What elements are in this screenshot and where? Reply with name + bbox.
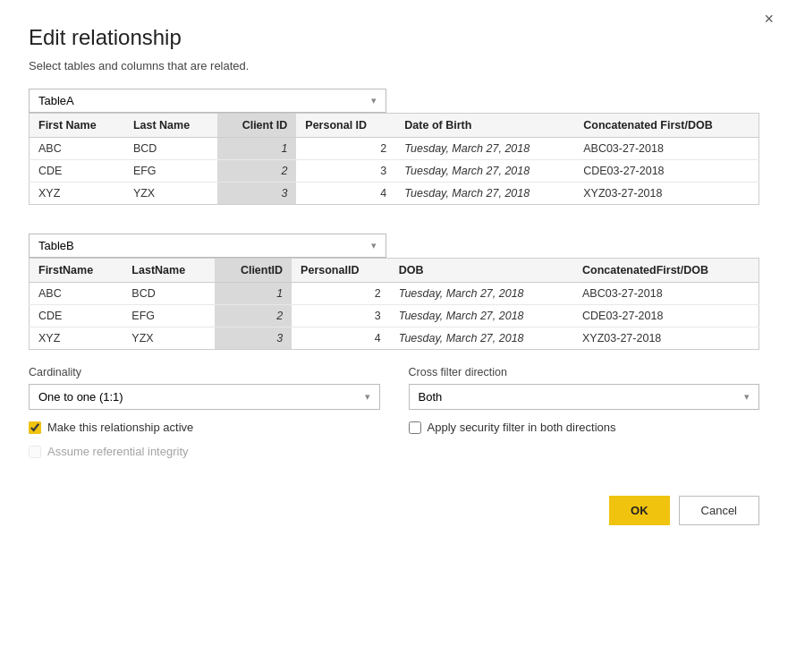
table-row: CDE EFG 2 3 Tuesday, March 27, 2018 CDE0… <box>30 305 759 327</box>
edit-relationship-dialog: × Edit relationship Select tables and co… <box>0 0 788 672</box>
table-b-col-firstname: FirstName <box>30 259 123 283</box>
integrity-checkbox[interactable] <box>29 446 41 458</box>
active-label: Make this relationship active <box>47 421 193 434</box>
security-label: Apply security filter in both directions <box>428 421 616 434</box>
table-b-data: FirstName LastName ClientID PersonalID D… <box>29 258 759 350</box>
table-a-dropdown[interactable]: TableA ▾ <box>29 89 386 113</box>
ok-button[interactable]: OK <box>609 496 670 525</box>
table-a-section: TableA ▾ First Name Last Name Client ID … <box>29 89 759 205</box>
cell: YZX <box>123 327 214 350</box>
cell: Tuesday, March 27, 2018 <box>395 138 574 160</box>
dialog-title: Edit relationship <box>29 25 759 50</box>
cell: ABC03-27-2018 <box>573 283 758 305</box>
cell: CDE03-27-2018 <box>574 160 758 183</box>
cross-filter-section: Cross filter direction Both ▾ Apply secu… <box>409 366 760 458</box>
security-checkbox[interactable] <box>409 421 421 434</box>
cell: XYZ <box>30 183 124 205</box>
cardinality-arrow: ▾ <box>365 391 370 403</box>
cell: CDE <box>30 305 123 327</box>
table-a-data: First Name Last Name Client ID Personal … <box>29 113 759 205</box>
cell: ABC <box>30 283 123 305</box>
cell: Tuesday, March 27, 2018 <box>390 283 573 305</box>
cell: Tuesday, March 27, 2018 <box>395 160 574 183</box>
cell: 3 <box>296 160 395 183</box>
cell: EFG <box>123 305 214 327</box>
table-a-col-firstname: First Name <box>30 114 124 138</box>
table-a-col-lastname: Last Name <box>124 114 217 138</box>
table-a-col-clientid: Client ID <box>217 114 296 138</box>
table-b-section: TableB ▾ FirstName LastName ClientID Per… <box>29 234 759 350</box>
active-checkbox-row: Make this relationship active <box>29 421 380 434</box>
table-a-dropdown-arrow: ▾ <box>371 95 377 106</box>
table-row: XYZ YZX 3 4 Tuesday, March 27, 2018 XYZ0… <box>30 183 759 205</box>
cell: 1 <box>215 283 292 305</box>
cell: YZX <box>124 183 217 205</box>
table-a-col-dob: Date of Birth <box>395 114 574 138</box>
cell: Tuesday, March 27, 2018 <box>390 305 573 327</box>
dialog-subtitle: Select tables and columns that are relat… <box>29 59 759 72</box>
cardinality-value: One to one (1:1) <box>38 390 123 404</box>
cell: BCD <box>123 283 214 305</box>
cell: 3 <box>217 183 296 205</box>
cell: 2 <box>296 138 395 160</box>
table-b-dropdown-arrow: ▾ <box>371 240 377 251</box>
table-row: ABC BCD 1 2 Tuesday, March 27, 2018 ABC0… <box>30 283 759 305</box>
footer-buttons: OK Cancel <box>29 487 759 525</box>
table-a-col-personalid: Personal ID <box>296 114 395 138</box>
cardinality-label: Cardinality <box>29 366 380 379</box>
cross-filter-dropdown[interactable]: Both ▾ <box>409 384 760 410</box>
table-b-col-lastname: LastName <box>123 259 214 283</box>
cell: XYZ03-27-2018 <box>574 183 758 205</box>
table-row: ABC BCD 1 2 Tuesday, March 27, 2018 ABC0… <box>30 138 759 160</box>
cell: Tuesday, March 27, 2018 <box>395 183 574 205</box>
close-button[interactable]: × <box>764 11 774 27</box>
table-row: CDE EFG 2 3 Tuesday, March 27, 2018 CDE0… <box>30 160 759 183</box>
cell: BCD <box>124 138 217 160</box>
cell: 2 <box>217 160 296 183</box>
table-row: XYZ YZX 3 4 Tuesday, March 27, 2018 XYZ0… <box>30 327 759 350</box>
table-b-col-personalid: PersonalID <box>292 259 390 283</box>
cell: CDE <box>30 160 124 183</box>
cell: ABC <box>30 138 124 160</box>
table-b-dropdown-value: TableB <box>38 239 74 252</box>
cross-filter-label: Cross filter direction <box>409 366 760 379</box>
cell: XYZ03-27-2018 <box>573 327 758 350</box>
cell: EFG <box>124 160 217 183</box>
cell: 4 <box>296 183 395 205</box>
cell: 4 <box>292 327 390 350</box>
table-b-col-dob: DOB <box>390 259 573 283</box>
cross-filter-arrow: ▾ <box>744 391 750 403</box>
bottom-controls: Cardinality One to one (1:1) ▾ Make this… <box>29 366 759 458</box>
cell: Tuesday, March 27, 2018 <box>390 327 573 350</box>
table-b-dropdown[interactable]: TableB ▾ <box>29 234 386 258</box>
cardinality-dropdown[interactable]: One to one (1:1) ▾ <box>29 384 380 410</box>
table-a-col-concat: Concatenated First/DOB <box>574 114 758 138</box>
cell: 2 <box>215 305 292 327</box>
cell: XYZ <box>30 327 123 350</box>
cancel-button[interactable]: Cancel <box>679 496 759 525</box>
integrity-label: Assume referential integrity <box>47 445 189 458</box>
integrity-checkbox-row: Assume referential integrity <box>29 445 380 458</box>
cell: ABC03-27-2018 <box>574 138 758 160</box>
cardinality-section: Cardinality One to one (1:1) ▾ Make this… <box>29 366 380 458</box>
cell: 2 <box>292 283 390 305</box>
cell: 3 <box>215 327 292 350</box>
cross-filter-value: Both <box>419 390 443 404</box>
cell: 1 <box>217 138 296 160</box>
table-a-dropdown-value: TableA <box>38 94 74 107</box>
cell: CDE03-27-2018 <box>573 305 758 327</box>
table-b-col-concat: ConcatenatedFirst/DOB <box>573 259 758 283</box>
cell: 3 <box>292 305 390 327</box>
table-b-col-clientid: ClientID <box>215 259 292 283</box>
security-checkbox-row: Apply security filter in both directions <box>409 421 760 434</box>
active-checkbox[interactable] <box>29 421 41 434</box>
